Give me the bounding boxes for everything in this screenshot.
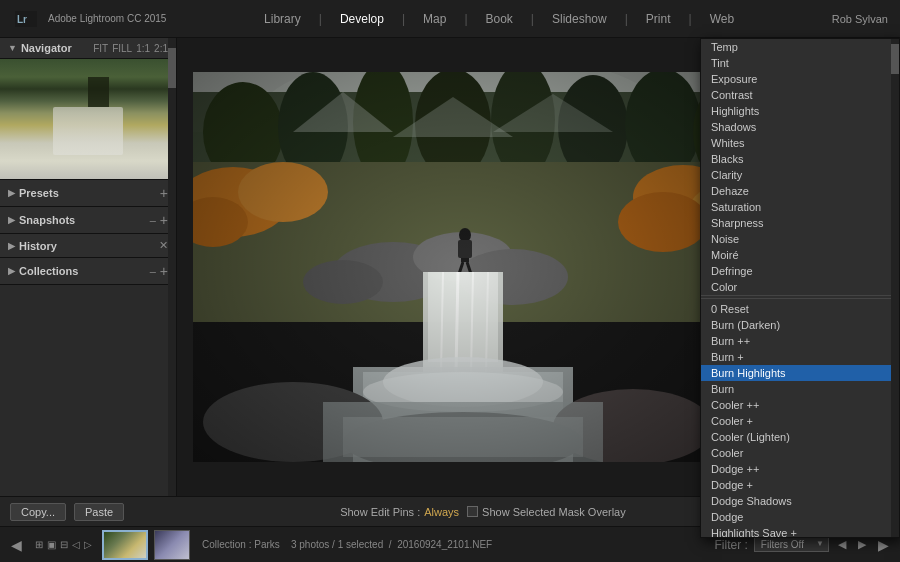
dropdown-item-sharpness[interactable]: Sharpness [701,215,899,231]
edit-pins-control: Show Edit Pins : Always [340,506,459,518]
nav-print[interactable]: Print [646,12,671,26]
center-panel [177,38,745,496]
mask-overlay-checkbox[interactable] [467,506,478,517]
dropdown-preset-burn-pp[interactable]: Burn ++ [701,333,899,349]
filmstrip-thumb-1[interactable] [102,530,148,560]
nav-map[interactable]: Map [423,12,446,26]
filmstrip-thumb-2[interactable] [154,530,190,560]
collections-label: ▶ Collections [8,265,78,277]
collections-minus[interactable]: – [150,265,156,277]
dropdown-scrollbar[interactable] [891,39,899,537]
dropdown-preset-burn-darken[interactable]: Burn (Darken) [701,317,899,333]
left-scroll-thumb[interactable] [168,48,176,88]
dropdown-preset-burn-highlights[interactable]: Burn Highlights [701,365,899,381]
filter-dropdown[interactable]: Filters Off ▼ [754,537,829,552]
filmstrip-prev-btn[interactable]: ◀ [8,537,25,553]
filmstrip-grid-icon[interactable]: ⊞ [35,539,43,550]
filter-value-text: Filters Off [761,539,804,550]
svg-rect-48 [193,72,730,462]
snapshots-add[interactable]: + [160,212,168,228]
filter-prev-icon[interactable]: ◀ [835,538,849,551]
dropdown-preset-cooler-p[interactable]: Cooler + [701,413,899,429]
zoom-1-1[interactable]: 1:1 [136,43,150,54]
nav-web[interactable]: Web [710,12,734,26]
history-chevron: ▶ [8,241,15,251]
navigator-section: ▼ Navigator FIT FILL 1:1 2:1 [0,38,176,180]
copy-button[interactable]: Copy... [10,503,66,521]
snapshots-minus[interactable]: – [150,214,156,226]
presets-label: ▶ Presets [8,187,59,199]
dropdown-preset-dodge[interactable]: Dodge [701,509,899,525]
nav-sep-1: | [319,12,322,26]
collections-title: Collections [19,265,78,277]
dropdown-item-blacks[interactable]: Blacks [701,151,899,167]
nav-slideshow[interactable]: Slideshow [552,12,607,26]
dropdown-item-contrast[interactable]: Contrast [701,87,899,103]
collections-section: ▶ Collections – + [0,258,176,285]
left-scrollbar[interactable] [168,38,176,496]
nav-sep-6: | [689,12,692,26]
filmstrip-next-btn[interactable]: ▶ [875,537,892,553]
nav-develop[interactable]: Develop [340,12,384,26]
dropdown-preset-highlights-save-p[interactable]: Highlights Save + [701,525,899,538]
zoom-fill[interactable]: FILL [112,43,132,54]
dropdown-item-clarity[interactable]: Clarity [701,167,899,183]
preset-dropdown: Temp Tint Exposure Contrast Highlights S… [700,38,900,538]
nav-library[interactable]: Library [264,12,301,26]
paste-button[interactable]: Paste [74,503,124,521]
history-title: History [19,240,57,252]
filename: 20160924_2101.NEF [397,539,492,550]
dropdown-preset-burn[interactable]: Burn [701,381,899,397]
dropdown-item-saturation[interactable]: Saturation [701,199,899,215]
dropdown-item-noise[interactable]: Noise [701,231,899,247]
dropdown-preset-cooler[interactable]: Cooler [701,445,899,461]
snapshots-section: ▶ Snapshots – + [0,207,176,234]
dropdown-item-temp[interactable]: Temp [701,39,899,55]
dropdown-item-whites[interactable]: Whites [701,135,899,151]
dropdown-item-defringe[interactable]: Defringe [701,263,899,279]
presets-add[interactable]: + [160,185,168,201]
nav-sep-3: | [464,12,467,26]
dropdown-preset-0reset[interactable]: 0 Reset [701,301,899,317]
toolbar-left: Copy... Paste [10,503,124,521]
dropdown-preset-burn-p[interactable]: Burn + [701,349,899,365]
nav-book[interactable]: Book [486,12,513,26]
filmstrip-survey-icon[interactable]: ⊟ [60,539,68,550]
dropdown-item-color[interactable]: Color [701,279,899,295]
mask-overlay-control[interactable]: Show Selected Mask Overlay [467,506,626,518]
collections-header[interactable]: ▶ Collections – + [0,258,176,284]
dropdown-preset-dodge-p[interactable]: Dodge + [701,477,899,493]
filmstrip-view-buttons: ⊞ ▣ ⊟ ◁ ▷ [35,539,92,550]
dropdown-item-exposure[interactable]: Exposure [701,71,899,87]
mask-overlay-label: Show Selected Mask Overlay [482,506,626,518]
user-name: Rob Sylvan [832,13,888,25]
dropdown-preset-dodge-shadows[interactable]: Dodge Shadows [701,493,899,509]
presets-header[interactable]: ▶ Presets + [0,180,176,206]
collections-actions: – + [150,263,168,279]
dropdown-scroll-thumb[interactable] [891,44,899,74]
collections-add[interactable]: + [160,263,168,279]
filmstrip-compare-icon[interactable]: ▣ [47,539,56,550]
filmstrip-next-icon[interactable]: ▷ [84,539,92,550]
filmstrip-info: Collection : Parks 3 photos / 1 selected… [202,539,492,550]
edit-pins-value[interactable]: Always [424,506,459,518]
dropdown-item-moire[interactable]: Moiré [701,247,899,263]
dropdown-item-shadows[interactable]: Shadows [701,119,899,135]
dropdown-item-dehaze[interactable]: Dehaze [701,183,899,199]
dropdown-item-tint[interactable]: Tint [701,55,899,71]
filmstrip-loupe-icon[interactable]: ◁ [72,539,80,550]
dropdown-preset-dodge-pp[interactable]: Dodge ++ [701,461,899,477]
lr-logo: Lr [12,9,40,29]
left-panel: ▼ Navigator FIT FILL 1:1 2:1 [0,38,177,496]
zoom-fit[interactable]: FIT [93,43,108,54]
dropdown-item-highlights[interactable]: Highlights [701,103,899,119]
history-clear[interactable]: ✕ [159,239,168,252]
nav-sep-4: | [531,12,534,26]
zoom-2-1[interactable]: 2:1 [154,43,168,54]
history-header[interactable]: ▶ History ✕ [0,234,176,257]
snapshots-header[interactable]: ▶ Snapshots – + [0,207,176,233]
dropdown-preset-cooler-lighten[interactable]: Cooler (Lighten) [701,429,899,445]
dropdown-preset-cooler-pp[interactable]: Cooler ++ [701,397,899,413]
filter-next-icon[interactable]: ▶ [855,538,869,551]
logo-area: Lr Adobe Lightroom CC 2015 [12,9,166,29]
